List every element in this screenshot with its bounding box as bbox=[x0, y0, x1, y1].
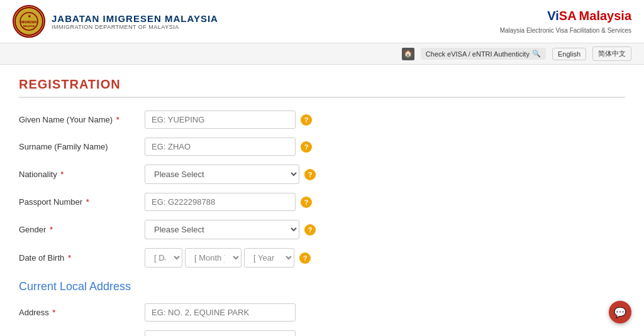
given-name-required: * bbox=[116, 115, 119, 124]
dept-name: JABATAN IMIGRESEN MALAYSIA bbox=[52, 13, 218, 24]
svg-text:IMIGRESEN: IMIGRESEN bbox=[21, 21, 36, 24]
dept-subtitle: IMMIGRATION DEPARTMENT OF MALAYSIA bbox=[52, 24, 218, 30]
gender-row: Gender * Please Select Male Female ? bbox=[19, 220, 625, 239]
given-name-control: ? bbox=[145, 111, 312, 129]
surname-label: Surname (Family Name) bbox=[19, 142, 145, 151]
home-button[interactable]: 🏠 bbox=[402, 48, 414, 60]
header-left: ★ IMIGRESEN MALAYSIA JABATAN IMIGRESEN M… bbox=[13, 5, 218, 38]
address-row: Address * bbox=[19, 303, 625, 322]
given-name-label: Given Name (Your Name) * bbox=[19, 115, 145, 124]
dob-control: [ Da [ Month ] [ Year ? bbox=[145, 248, 311, 268]
dob-selects: [ Da [ Month ] [ Year bbox=[145, 248, 294, 268]
passport-label: Passport Number * bbox=[19, 197, 145, 207]
passport-row: Passport Number * ? bbox=[19, 193, 625, 211]
address2-row bbox=[19, 330, 625, 336]
dob-day-select[interactable]: [ Da bbox=[145, 248, 182, 268]
passport-control: ? bbox=[145, 193, 312, 211]
dob-label: Date of Birth * bbox=[19, 253, 145, 263]
surname-input[interactable] bbox=[145, 138, 296, 156]
visa-vi-text: ViSA bbox=[547, 9, 576, 23]
passport-required: * bbox=[86, 197, 89, 207]
surname-help[interactable]: ? bbox=[301, 141, 312, 153]
visa-malaysia-text: Malaysia bbox=[579, 9, 631, 23]
nationality-control: Please Select ? bbox=[145, 165, 316, 184]
gender-control: Please Select Male Female ? bbox=[145, 220, 316, 239]
gender-help[interactable]: ? bbox=[304, 224, 316, 236]
visa-brand: ViSA Malaysia bbox=[547, 9, 631, 23]
check-evisa-button[interactable]: Check eVISA / eNTRI Authenticity 🔍 bbox=[421, 48, 546, 60]
lang-chinese[interactable]: 简体中文 bbox=[592, 46, 631, 61]
gender-required: * bbox=[50, 225, 53, 234]
header-right: ViSA Malaysia Malaysia Electronic Visa F… bbox=[500, 9, 631, 34]
given-name-help[interactable]: ? bbox=[301, 114, 312, 126]
nationality-row: Nationality * Please Select ? bbox=[19, 165, 625, 184]
address2-control bbox=[145, 330, 296, 336]
address-label: Address * bbox=[19, 308, 145, 317]
given-name-row: Given Name (Your Name) * ? bbox=[19, 111, 625, 129]
address-section-title: Current Local Address bbox=[19, 280, 625, 293]
main-content: REGISTRATION Given Name (Your Name) * ? … bbox=[0, 65, 644, 336]
address-required: * bbox=[52, 308, 55, 317]
passport-input[interactable] bbox=[145, 193, 296, 211]
chat-bubble-button[interactable]: 💬 bbox=[609, 301, 631, 323]
nationality-label: Nationality * bbox=[19, 170, 145, 179]
registration-title: REGISTRATION bbox=[19, 77, 625, 98]
gender-label: Gender * bbox=[19, 225, 145, 234]
address2-input[interactable] bbox=[145, 330, 296, 336]
check-evisa-label: Check eVISA / eNTRI Authenticity bbox=[426, 50, 530, 58]
address-control bbox=[145, 303, 296, 322]
lang-english[interactable]: English bbox=[552, 48, 586, 60]
dob-help[interactable]: ? bbox=[299, 252, 311, 264]
nationality-required: * bbox=[60, 170, 64, 179]
given-name-input[interactable] bbox=[145, 111, 296, 129]
surname-row: Surname (Family Name) ? bbox=[19, 138, 625, 156]
surname-control: ? bbox=[145, 138, 312, 156]
passport-help[interactable]: ? bbox=[301, 197, 312, 208]
dob-row: Date of Birth * [ Da [ Month ] [ Year ? bbox=[19, 248, 625, 268]
dob-required: * bbox=[68, 253, 71, 263]
address1-input[interactable] bbox=[145, 303, 296, 322]
visa-tagline: Malaysia Electronic Visa Facilitation & … bbox=[500, 27, 631, 34]
svg-text:MALAYSIA: MALAYSIA bbox=[23, 25, 35, 28]
department-logo: ★ IMIGRESEN MALAYSIA bbox=[13, 5, 45, 38]
gender-select[interactable]: Please Select Male Female bbox=[145, 220, 299, 239]
search-icon: 🔍 bbox=[532, 50, 541, 58]
header: ★ IMIGRESEN MALAYSIA JABATAN IMIGRESEN M… bbox=[0, 0, 644, 43]
dob-month-select[interactable]: [ Month ] bbox=[185, 248, 242, 268]
topbar: 🏠 Check eVISA / eNTRI Authenticity 🔍 Eng… bbox=[0, 43, 644, 65]
nationality-help[interactable]: ? bbox=[304, 169, 316, 180]
nationality-select[interactable]: Please Select bbox=[145, 165, 299, 184]
logo-text: JABATAN IMIGRESEN MALAYSIA IMMIGRATION D… bbox=[52, 13, 218, 30]
dob-year-select[interactable]: [ Year bbox=[244, 248, 294, 268]
